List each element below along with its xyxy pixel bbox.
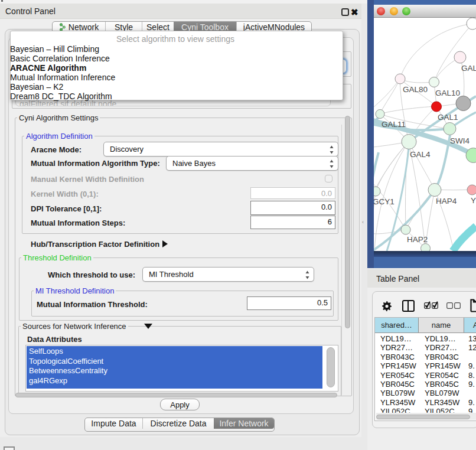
svg-text:SWI4: SWI4 bbox=[450, 136, 470, 145]
svg-text:Y: Y bbox=[471, 196, 476, 205]
svg-text:GAL: GAL bbox=[461, 64, 476, 73]
svg-text:GAL10: GAL10 bbox=[435, 89, 460, 97]
svg-text:GCY1: GCY1 bbox=[374, 197, 395, 206]
svg-text:HAP4: HAP4 bbox=[436, 197, 457, 206]
svg-text:GAL1: GAL1 bbox=[438, 113, 458, 122]
svg-text:GAL4: GAL4 bbox=[410, 150, 431, 159]
svg-text:GAL80: GAL80 bbox=[403, 85, 428, 94]
svg-text:HAP2: HAP2 bbox=[407, 235, 428, 244]
svg-text:GAL11: GAL11 bbox=[382, 120, 406, 129]
